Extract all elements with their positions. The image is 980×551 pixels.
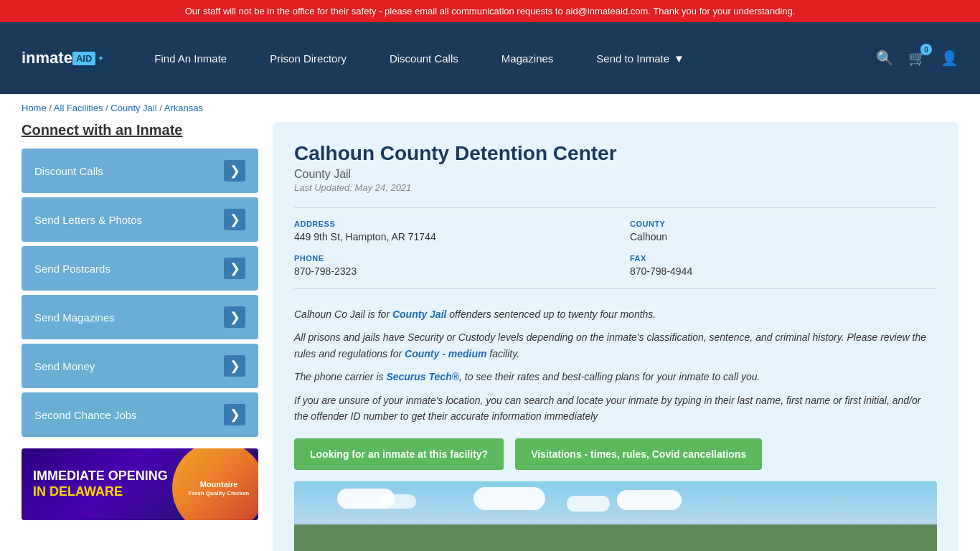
cart-icon[interactable]: 🛒 0 — [908, 50, 926, 67]
chevron-down-icon: ▼ — [674, 52, 684, 65]
main-nav: Find An Inmate Prison Directory Discount… — [133, 52, 876, 65]
ad-logo: Mountaire Fresh Quality Chicken — [172, 448, 258, 520]
facility-desc-2: All prisons and jails have Security or C… — [294, 329, 937, 362]
facility-card: Calhoun County Detention Center County J… — [273, 122, 958, 551]
user-icon[interactable]: 👤 — [941, 50, 958, 67]
address-detail: ADDRESS 449 9th St, Hampton, AR 71744 — [294, 220, 601, 242]
breadcrumb-county-jail[interactable]: County Jail — [110, 103, 156, 113]
county-jail-link[interactable]: County Jail — [392, 309, 446, 320]
main-content: Connect with an Inmate Discount Calls ❯ … — [0, 122, 980, 551]
arrow-icon: ❯ — [224, 306, 245, 328]
cart-badge: 0 — [920, 44, 932, 55]
visitations-button[interactable]: Visitations - times, rules, Covid cancel… — [515, 438, 762, 470]
sidebar-send-money[interactable]: Send Money ❯ — [22, 344, 258, 388]
facility-photo — [294, 481, 937, 551]
facility-updated: Last Updated: May 24, 2021 — [294, 182, 937, 193]
facility-desc-3: The phone carrier is Securus Tech®, to s… — [294, 369, 937, 385]
arrow-icon: ❯ — [224, 404, 245, 425]
county-medium-link[interactable]: County - medium — [405, 348, 486, 359]
facility-desc-1: Calhoun Co Jail is for County Jail offen… — [294, 306, 937, 322]
facility-buttons: Looking for an inmate at this facility? … — [294, 438, 937, 470]
nav-send-to-inmate[interactable]: Send to Inmate ▼ — [575, 52, 706, 65]
sidebar-send-magazines[interactable]: Send Magazines ❯ — [22, 295, 258, 339]
arrow-icon: ❯ — [224, 355, 245, 377]
alert-banner: Our staff will not be in the office for … — [0, 0, 980, 22]
ad-banner[interactable]: IMMEDIATE OPENING IN DELAWARE Mountaire … — [22, 448, 258, 520]
phone-detail: PHONE 870-798-2323 — [294, 254, 601, 277]
facility-name: Calhoun County Detention Center — [294, 142, 937, 165]
breadcrumb-all-facilities[interactable]: All Facilities — [54, 103, 103, 113]
fax-detail: FAX 870-798-4944 — [630, 254, 937, 277]
logo[interactable]: inmate AID ✦ — [22, 49, 104, 67]
sidebar-send-postcards[interactable]: Send Postcards ❯ — [22, 246, 258, 291]
sidebar-title: Connect with an Inmate — [22, 122, 258, 138]
nav-find-inmate[interactable]: Find An Inmate — [133, 52, 248, 65]
county-detail: COUNTY Calhoun — [630, 220, 937, 242]
looking-for-inmate-button[interactable]: Looking for an inmate at this facility? — [294, 438, 504, 470]
header: inmate AID ✦ Find An Inmate Prison Direc… — [0, 22, 980, 94]
sidebar-second-chance-jobs[interactable]: Second Chance Jobs ❯ — [22, 392, 258, 437]
sidebar-discount-calls[interactable]: Discount Calls ❯ — [22, 149, 258, 193]
breadcrumb: Home / All Facilities / County Jail / Ar… — [0, 94, 980, 122]
nav-discount-calls[interactable]: Discount Calls — [368, 52, 480, 65]
securus-link[interactable]: Securus Tech® — [386, 371, 459, 382]
nav-prison-directory[interactable]: Prison Directory — [248, 52, 368, 65]
breadcrumb-state[interactable]: Arkansas — [164, 103, 203, 113]
nav-magazines[interactable]: Magazines — [480, 52, 575, 65]
facility-desc-4: If you are unsure of your inmate's locat… — [294, 392, 937, 425]
arrow-icon: ❯ — [224, 160, 245, 182]
facility-details: ADDRESS 449 9th St, Hampton, AR 71744 CO… — [294, 207, 937, 289]
sidebar-send-letters[interactable]: Send Letters & Photos ❯ — [22, 197, 258, 242]
arrow-icon: ❯ — [224, 209, 245, 230]
arrow-icon: ❯ — [224, 258, 245, 279]
nav-right: 🔍 🛒 0 👤 — [876, 50, 958, 67]
search-icon[interactable]: 🔍 — [876, 50, 894, 67]
sidebar: Connect with an Inmate Discount Calls ❯ … — [22, 122, 258, 551]
ad-text: IMMEDIATE OPENING IN DELAWARE — [33, 468, 168, 499]
breadcrumb-home[interactable]: Home — [22, 103, 47, 113]
facility-type: County Jail — [294, 168, 937, 181]
